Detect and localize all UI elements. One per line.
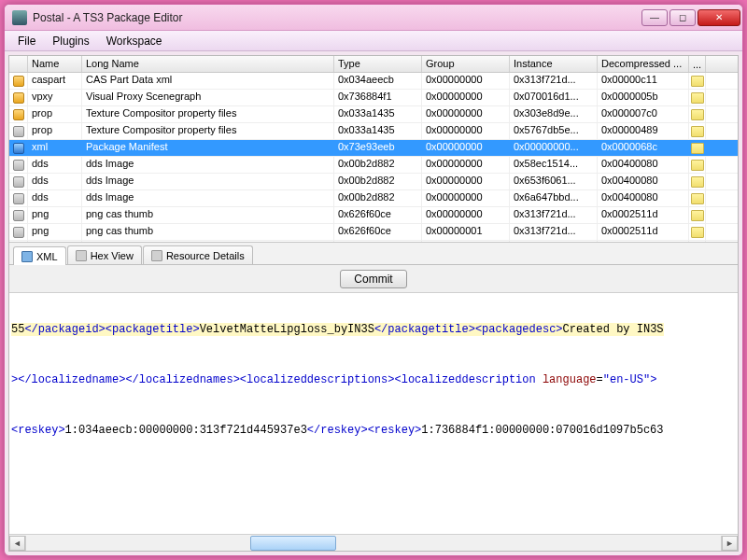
- row-type-icon: [9, 190, 28, 206]
- cell-longname: dds Image: [82, 157, 334, 173]
- tab-xml[interactable]: XML: [13, 246, 66, 265]
- cell-instance: 0x653f6061...: [510, 174, 598, 189]
- table-row[interactable]: propTexture Compositor property files0x0…: [9, 123, 738, 140]
- minimize-button[interactable]: —: [641, 9, 668, 26]
- col-icon[interactable]: [9, 56, 28, 72]
- table-row[interactable]: ddsdds Image0x00b2d8820x000000000x653f60…: [9, 174, 738, 190]
- cell-decompressed: 0x000007c0: [598, 106, 689, 122]
- cell-type: 0x033a1435: [334, 106, 422, 122]
- cell-group: 0x00000001: [422, 224, 510, 240]
- cell-longname: dds Image: [82, 190, 334, 206]
- table-row[interactable]: caspartCAS Part Data xml0x034aeecb0x0000…: [9, 73, 738, 90]
- row-action-icon[interactable]: [689, 106, 706, 122]
- cell-name: png: [28, 224, 82, 240]
- cell-group: 0x00000000: [422, 73, 510, 89]
- row-type-icon: [9, 140, 28, 156]
- cell-type: 0x626f60ce: [334, 207, 422, 223]
- menu-file[interactable]: File: [10, 33, 43, 49]
- row-action-icon[interactable]: [689, 207, 706, 223]
- table-row[interactable]: xmlPackage Manifest0x73e93eeb0x000000000…: [9, 140, 738, 157]
- row-type-icon: [9, 241, 28, 242]
- row-type-icon: [9, 224, 28, 240]
- cell-decompressed: 0x0002511d: [598, 224, 689, 240]
- cell-longname: Texture Compositor property files: [82, 123, 334, 139]
- col-type[interactable]: Type: [334, 56, 422, 72]
- row-action-icon[interactable]: [689, 157, 706, 173]
- cell-longname: dds Image: [82, 174, 334, 189]
- cell-instance: 0x5767db5e...: [510, 123, 598, 139]
- cell-name: prop: [28, 123, 82, 139]
- commit-button[interactable]: Commit: [340, 270, 406, 288]
- xml-editor[interactable]: 55</packageid><packagetitle>VelvetMatteL…: [9, 293, 738, 534]
- cell-instance: 0x58ec1514...: [510, 157, 598, 173]
- commit-bar: Commit: [9, 265, 738, 293]
- cell-group: 0x00000000: [422, 207, 510, 223]
- cell-longname: png cas thumb: [82, 207, 334, 223]
- maximize-button[interactable]: ◻: [669, 9, 696, 26]
- cell-type: 0x2e75c765: [334, 241, 422, 242]
- row-type-icon: [9, 106, 28, 122]
- row-action-icon[interactable]: [689, 174, 706, 189]
- horizontal-scrollbar[interactable]: ◄ ►: [9, 534, 738, 551]
- cell-group: 0x00000000: [422, 123, 510, 139]
- cell-name: dds: [28, 157, 82, 173]
- table-row[interactable]: ddsdds Image0x00b2d8820x000000000x6a647b…: [9, 190, 738, 207]
- cell-instance: 0x04493879...: [510, 241, 598, 242]
- scroll-right-icon[interactable]: ►: [722, 536, 738, 551]
- row-action-icon[interactable]: [689, 241, 706, 242]
- hex-icon: [76, 250, 87, 261]
- cell-group: 0x00000000: [422, 190, 510, 206]
- cell-decompressed: 0x00400080: [598, 157, 689, 173]
- cell-name: prop: [28, 106, 82, 122]
- table-row[interactable]: propTexture Compositor property files0x0…: [9, 106, 738, 123]
- table-row[interactable]: pngpng cas thumb0x626f60ce0x000000000x31…: [9, 207, 738, 224]
- tab-hex[interactable]: Hex View: [67, 245, 142, 264]
- row-action-icon[interactable]: [689, 224, 706, 240]
- cell-longname: png icon: [82, 241, 334, 242]
- col-group[interactable]: Group: [422, 56, 510, 72]
- table-row[interactable]: pngpng icon0x2e75c7650x000000000x0449387…: [9, 241, 738, 242]
- row-type-icon: [9, 207, 28, 223]
- scroll-track[interactable]: [25, 536, 722, 551]
- tab-resource-details[interactable]: Resource Details: [143, 245, 253, 264]
- col-actions[interactable]: ...: [689, 56, 706, 72]
- titlebar[interactable]: Postal - A TS3 Package Editor — ◻ ✕: [5, 5, 742, 31]
- row-action-icon[interactable]: [689, 123, 706, 139]
- scroll-thumb[interactable]: [250, 536, 336, 551]
- row-action-icon[interactable]: [689, 90, 706, 105]
- xml-icon: [21, 251, 33, 262]
- app-icon: [12, 10, 27, 25]
- row-action-icon[interactable]: [689, 73, 706, 89]
- col-decompressed[interactable]: Decompressed ...: [598, 56, 689, 72]
- menu-plugins[interactable]: Plugins: [45, 33, 96, 49]
- col-instance[interactable]: Instance: [510, 56, 598, 72]
- xml-line: 55</packageid><packagetitle>VelvetMatteL…: [11, 323, 736, 336]
- cell-longname: Texture Compositor property files: [82, 106, 334, 122]
- tab-hex-label: Hex View: [91, 250, 134, 261]
- menu-workspace[interactable]: Workspace: [99, 33, 170, 49]
- cell-longname: png cas thumb: [82, 224, 334, 240]
- cell-name: vpxy: [28, 90, 82, 105]
- cell-type: 0x00b2d882: [334, 174, 422, 189]
- scroll-left-icon[interactable]: ◄: [9, 536, 25, 551]
- cell-instance: 0x070016d1...: [510, 90, 598, 105]
- cell-decompressed: 0x0000068c: [598, 140, 689, 156]
- col-name[interactable]: Name: [28, 56, 82, 72]
- cell-instance: 0x303e8d9e...: [510, 106, 598, 122]
- row-action-icon[interactable]: [689, 190, 706, 206]
- grid-body[interactable]: caspartCAS Part Data xml0x034aeecb0x0000…: [9, 73, 738, 242]
- table-row[interactable]: vpxyVisual Proxy Scenegraph0x736884f10x0…: [9, 90, 738, 106]
- col-longname[interactable]: Long Name: [82, 56, 334, 72]
- row-action-icon[interactable]: [689, 140, 706, 156]
- cell-instance: 0x6a647bbd...: [510, 190, 598, 206]
- table-row[interactable]: ddsdds Image0x00b2d8820x000000000x58ec15…: [9, 157, 738, 174]
- tab-res-label: Resource Details: [166, 250, 245, 261]
- close-button[interactable]: ✕: [698, 9, 740, 26]
- cell-name: dds: [28, 190, 82, 206]
- cell-type: 0x034aeecb: [334, 73, 422, 89]
- cell-name: png: [28, 241, 82, 242]
- cell-instance: 0x00000000...: [510, 140, 598, 156]
- xml-line: ></localizedname></localizednames><local…: [11, 373, 736, 386]
- table-row[interactable]: pngpng cas thumb0x626f60ce0x000000010x31…: [9, 224, 738, 241]
- cell-name: xml: [28, 140, 82, 156]
